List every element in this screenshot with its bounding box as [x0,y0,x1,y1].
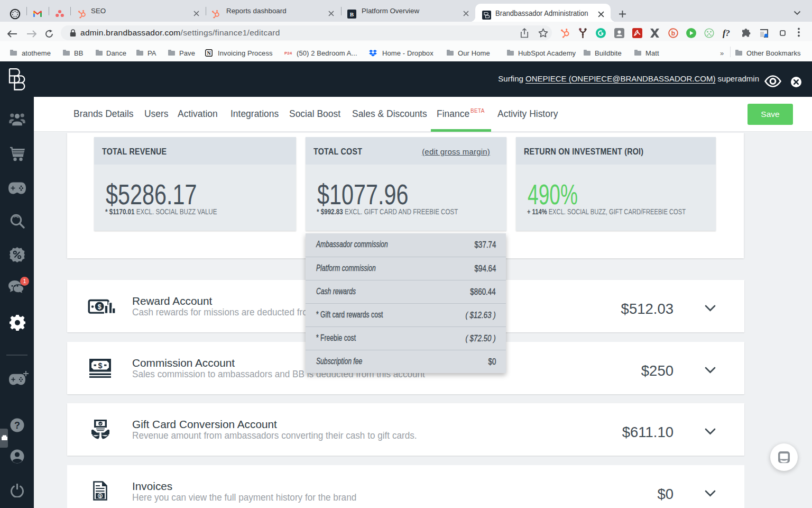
svg-text:$: $ [98,361,102,370]
svg-text:$: $ [98,303,102,311]
svg-text:N: N [207,50,211,56]
svg-text:b: b [671,30,675,37]
svg-text:?: ? [14,420,20,431]
svg-text:B: B [350,11,354,17]
